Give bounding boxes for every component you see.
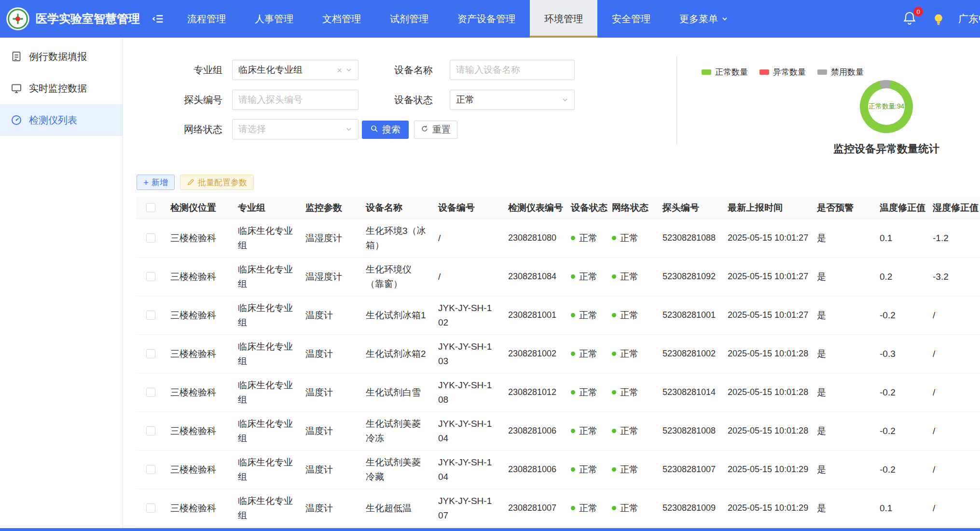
cell-location: 三楼检验科 xyxy=(165,450,232,489)
cell-device-name: 生化超低温 xyxy=(360,489,432,528)
nav-item[interactable]: 更多菜单 xyxy=(665,0,743,38)
chevron-down-icon xyxy=(345,126,352,133)
clear-icon[interactable]: × xyxy=(337,66,342,75)
table-row: 三楼检验科 临床生化专业组 温湿度计 生化环境3（冰箱） / 230828108… xyxy=(137,219,980,258)
sidebar-item[interactable]: 检测仪列表 xyxy=(0,104,123,136)
cell-device-status: 正常 xyxy=(565,296,606,335)
column-header: 湿度修正值 xyxy=(927,197,980,219)
nav-item-label: 资产设备管理 xyxy=(457,13,515,26)
legend-item: 禁用数量 xyxy=(817,67,864,78)
status-dot xyxy=(612,429,616,433)
search-button-label: 搜索 xyxy=(382,123,400,136)
select-all-checkbox[interactable] xyxy=(146,203,155,212)
search-button[interactable]: 搜索 xyxy=(362,121,409,139)
cell-group: 临床生化专业组 xyxy=(232,335,300,373)
cell-network-status: 正常 xyxy=(606,296,657,335)
row-checkbox[interactable] xyxy=(146,426,155,436)
nav-item[interactable]: 试剂管理 xyxy=(375,0,443,38)
user-region[interactable]: 广东中 xyxy=(958,0,980,38)
device-status-select[interactable]: 正常 xyxy=(450,90,575,110)
cell-device-name: 生化试剂冰箱1 xyxy=(360,296,432,335)
sidebar-item[interactable]: 实时监控数据 xyxy=(0,72,123,104)
cell-meter-no: 2308281007 xyxy=(502,489,565,528)
legend-label: 禁用数量 xyxy=(831,67,864,78)
probe-input[interactable] xyxy=(232,90,359,110)
cell-group: 临床生化专业组 xyxy=(232,373,300,412)
cell-device-name: 生化环境仪（靠窗） xyxy=(360,258,432,296)
cell-group: 临床生化专业组 xyxy=(232,296,300,335)
filter-label-probe: 探头编号 xyxy=(150,90,222,110)
group-select-value: 临床生化专业组 xyxy=(238,64,337,76)
cell-meter-no: 2308281002 xyxy=(502,335,565,373)
cell-temp-fix: -0.3 xyxy=(874,335,927,373)
table-header-row: 检测仪位置 专业组 监控参数 设备名称 设备编号 检测仪表编号 设备状态 xyxy=(137,197,980,219)
nav-item-label: 安全管理 xyxy=(612,13,650,26)
cell-warn: 是 xyxy=(811,412,874,450)
cell-param: 温度计 xyxy=(300,489,360,528)
nav-item[interactable]: 人事管理 xyxy=(240,0,308,38)
app-root: 医学实验室智慧管理 流程管理 人事管理 文档管理 xyxy=(0,0,980,531)
nav-item[interactable]: 资产设备管理 xyxy=(443,0,530,38)
cell-device-status: 正常 xyxy=(565,450,606,489)
row-checkbox[interactable] xyxy=(146,504,155,513)
device-status-value: 正常 xyxy=(456,94,562,106)
device-name-input[interactable] xyxy=(450,60,575,80)
add-button[interactable]: + 新增 xyxy=(137,175,175,190)
nav-item[interactable]: 文档管理 xyxy=(308,0,375,38)
bottom-scrollbar[interactable] xyxy=(0,528,980,531)
bulb-icon[interactable] xyxy=(931,12,946,27)
notification-badge: 0 xyxy=(913,7,923,16)
cell-device-name: 生化试剂白雪 xyxy=(360,373,432,412)
row-checkbox[interactable] xyxy=(146,311,155,320)
reset-button[interactable]: 重置 xyxy=(414,121,457,139)
network-select[interactable]: 请选择 xyxy=(232,119,359,139)
collapse-menu-icon[interactable] xyxy=(152,13,164,25)
chart-legend: 正常数量 异常数量 禁用数量 xyxy=(702,67,864,78)
table-row: 三楼检验科 临床生化专业组 温度计 生化试剂冰箱1 JYK-JY-SH-102 … xyxy=(137,296,980,335)
column-header: 检测仪表编号 xyxy=(502,197,565,219)
cell-network-status: 正常 xyxy=(606,258,657,296)
cell-param: 温度计 xyxy=(300,450,360,489)
cell-warn: 是 xyxy=(811,373,874,412)
group-select[interactable]: 临床生化专业组 × xyxy=(232,60,359,80)
cell-group: 临床生化专业组 xyxy=(232,412,300,450)
cell-report-time: 2025-05-15 10:01:27 xyxy=(722,219,811,258)
cell-param: 温湿度计 xyxy=(300,258,360,296)
sidebar-item[interactable]: 例行数据填报 xyxy=(0,41,123,72)
row-checkbox[interactable] xyxy=(146,388,155,397)
cell-device-code: JYK-JY-SH-104 xyxy=(432,412,502,450)
reset-button-label: 重置 xyxy=(432,123,451,136)
cell-humidity-fix: / xyxy=(927,335,980,373)
cell-param: 温度计 xyxy=(300,335,360,373)
nav-item[interactable]: 环境管理 xyxy=(530,0,597,38)
nav-item-label: 人事管理 xyxy=(255,13,293,26)
cell-meter-no: 2308281084 xyxy=(502,258,565,296)
status-dot xyxy=(571,429,575,433)
nav-item[interactable]: 流程管理 xyxy=(173,0,240,38)
status-dot xyxy=(571,467,575,472)
report-form-icon xyxy=(11,51,22,62)
status-dot xyxy=(571,274,575,279)
row-checkbox[interactable] xyxy=(146,272,155,281)
sidebar: 例行数据填报 实时监控数据 检测仪列表 xyxy=(0,38,123,528)
sidebar-item-label: 例行数据填报 xyxy=(29,50,87,63)
status-dot xyxy=(612,236,616,240)
batch-config-button[interactable]: 批量配置参数 xyxy=(180,175,254,190)
cell-device-code: / xyxy=(432,219,502,258)
network-select-placeholder: 请选择 xyxy=(238,123,345,136)
cell-probe-no: 52308281092 xyxy=(657,258,722,296)
cell-network-status: 正常 xyxy=(606,412,657,450)
column-header: 设备状态 xyxy=(565,197,606,219)
cell-device-status: 正常 xyxy=(565,219,606,258)
cell-param: 温度计 xyxy=(300,373,360,412)
legend-swatch xyxy=(702,69,711,75)
cell-warn: 是 xyxy=(811,489,874,528)
cell-device-status: 正常 xyxy=(565,335,606,373)
row-checkbox[interactable] xyxy=(146,465,155,474)
row-checkbox[interactable] xyxy=(146,349,155,358)
nav-item[interactable]: 安全管理 xyxy=(597,0,665,38)
cell-temp-fix: -0.2 xyxy=(874,450,927,489)
notification-bell[interactable]: 0 xyxy=(902,11,917,27)
row-checkbox[interactable] xyxy=(146,233,155,243)
donut-chart: 正常数量:94 xyxy=(860,80,913,133)
